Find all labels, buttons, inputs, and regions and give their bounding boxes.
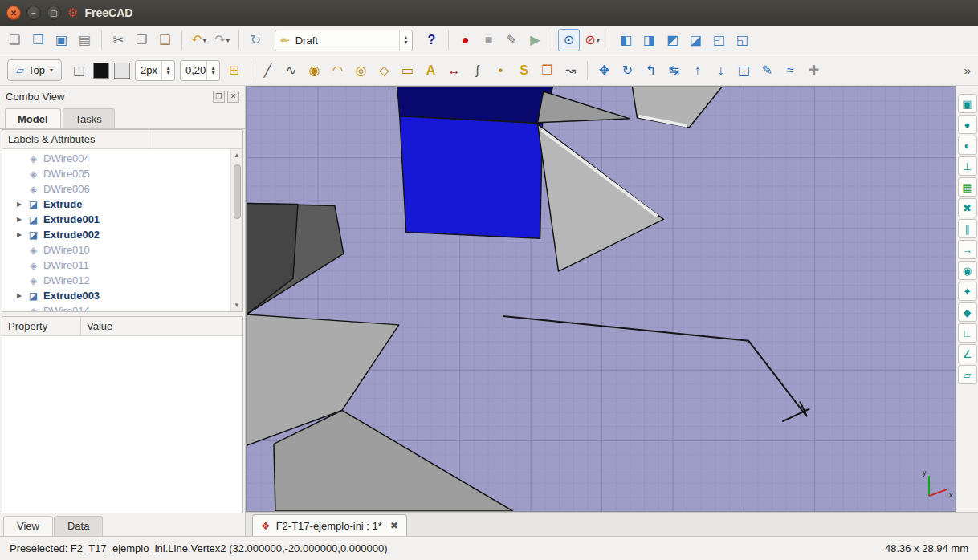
expander-icon[interactable]: ▶: [15, 292, 23, 299]
draft-add-point-button[interactable]: ✚: [803, 59, 825, 82]
draft-ellipse-button[interactable]: ◎: [350, 59, 372, 82]
snap-toggle-button[interactable]: ◫: [68, 59, 90, 82]
line-width-spinner[interactable]: 2px ▲▼: [135, 60, 175, 81]
working-plane-button[interactable]: ▱ Top ▾: [7, 59, 62, 81]
view-bottom-button[interactable]: ◱: [731, 29, 753, 51]
draft-rotate-button[interactable]: ↻: [617, 59, 638, 82]
macro-stop-button[interactable]: ■: [478, 29, 499, 51]
window-close-button[interactable]: ✕: [6, 6, 21, 20]
expander-icon[interactable]: ▶: [15, 201, 23, 208]
scroll-up-icon[interactable]: ▲: [234, 149, 240, 161]
draft-text-button[interactable]: A: [420, 59, 442, 82]
text-scale-spin-arrows[interactable]: ▲▼: [206, 61, 219, 80]
view-right-button[interactable]: ◪: [685, 29, 707, 51]
paste-button[interactable]: ❑: [154, 29, 176, 51]
draft-polygon-button[interactable]: ◇: [373, 59, 395, 82]
draft-upgrade-button[interactable]: ↑: [687, 59, 708, 82]
snap-angle-button[interactable]: ∠: [958, 344, 977, 363]
line-color-swatch[interactable]: [93, 63, 109, 79]
view-axonometric-button[interactable]: ◧: [615, 29, 637, 51]
face-color-swatch[interactable]: [114, 63, 130, 79]
whats-this-button[interactable]: ?: [421, 29, 442, 51]
tree-item[interactable]: ▶◪Extrude: [2, 197, 230, 212]
draft-rectangle-button[interactable]: ▭: [397, 59, 418, 82]
draft-trimex-button[interactable]: ↹: [663, 59, 685, 82]
tree-item[interactable]: ◈DWire011: [2, 258, 230, 273]
draft-bezcurve-button[interactable]: ↝: [560, 59, 581, 82]
draft-dimension-button[interactable]: ↔: [443, 59, 465, 82]
snap-special-button[interactable]: ✦: [958, 282, 977, 301]
draft-line-button[interactable]: ╱: [257, 59, 279, 82]
new-document-button[interactable]: ❏: [4, 29, 26, 51]
scroll-down-icon[interactable]: ▼: [234, 299, 240, 311]
save-button[interactable]: ▣: [51, 29, 72, 51]
redo-button[interactable]: ↷▾: [211, 29, 233, 51]
panel-close-button[interactable]: ✕: [227, 91, 239, 103]
snap-endpoint-button[interactable]: ●: [958, 115, 977, 134]
view-rear-button[interactable]: ◰: [708, 29, 730, 51]
snap-grid-button[interactable]: ▦: [958, 177, 977, 197]
tab-model[interactable]: Model: [5, 108, 61, 128]
snap-lock-button[interactable]: ▣: [958, 94, 977, 113]
autogroup-button[interactable]: ⊞: [223, 59, 245, 82]
draft-arc-button[interactable]: ◠: [327, 59, 348, 82]
tree-item[interactable]: ◈DWire006: [2, 181, 230, 197]
draft-wire-button[interactable]: ∿: [280, 59, 302, 82]
zoom-box-button[interactable]: ⊙: [558, 29, 580, 51]
text-scale-spinner[interactable]: 0,20 ▲▼: [180, 60, 220, 81]
macro-play-button[interactable]: ▶: [524, 29, 546, 51]
scrollbar-thumb[interactable]: [234, 164, 241, 219]
tab-data[interactable]: Data: [54, 516, 103, 536]
draft-bspline-button[interactable]: ʃ: [467, 59, 488, 82]
undo-button[interactable]: ↶▾: [188, 29, 210, 51]
tab-tasks[interactable]: Tasks: [63, 108, 115, 128]
snap-intersection-button[interactable]: ✖: [958, 198, 977, 217]
window-maximize-button[interactable]: ▢: [47, 6, 61, 20]
panel-float-button[interactable]: ❐: [213, 91, 225, 103]
3d-viewport[interactable]: y x: [246, 86, 956, 512]
draft-wire-to-bspline-button[interactable]: ≈: [780, 59, 801, 82]
draft-downgrade-button[interactable]: ↓: [710, 59, 731, 82]
view-front-button[interactable]: ◨: [638, 29, 660, 51]
refresh-button[interactable]: ↻: [245, 29, 267, 51]
draft-point-button[interactable]: •: [490, 59, 511, 82]
snap-parallel-button[interactable]: ∥: [958, 219, 977, 238]
expander-icon[interactable]: ▶: [15, 216, 23, 223]
draft-scale-button[interactable]: ◱: [733, 59, 755, 82]
toolbar-overflow-icon[interactable]: »: [961, 63, 974, 77]
document-tab[interactable]: ❖ F2-T17-ejemplo-ini : 1* ✖: [252, 514, 407, 536]
workbench-selector-spinner[interactable]: ▲▼: [399, 30, 412, 51]
tree-item[interactable]: ▶◪Extrude001: [2, 212, 230, 227]
snap-ortho-button[interactable]: ∟: [958, 323, 977, 343]
document-tab-close-icon[interactable]: ✖: [390, 520, 398, 531]
snap-working-plane-button[interactable]: ▱: [958, 365, 977, 384]
snap-midpoint-button[interactable]: ◐: [958, 136, 977, 155]
snap-extension-button[interactable]: →: [958, 240, 977, 259]
cut-button[interactable]: ✂: [108, 29, 129, 51]
draft-facebinder-button[interactable]: ❒: [536, 59, 558, 82]
draft-offset-button[interactable]: ↰: [640, 59, 662, 82]
expander-icon[interactable]: ▶: [15, 231, 23, 238]
tree-item[interactable]: ◈DWire004: [2, 151, 230, 166]
tab-view[interactable]: View: [3, 516, 53, 536]
tree-item[interactable]: ▶◪Extrude002: [2, 227, 230, 242]
line-width-spin-arrows[interactable]: ▲▼: [161, 61, 174, 80]
open-document-button[interactable]: ❒: [27, 29, 49, 51]
view-top-button[interactable]: ◩: [662, 29, 683, 51]
workbench-selector[interactable]: ✏ Draft ▲▼: [275, 30, 413, 51]
draft-move-button[interactable]: ✥: [593, 59, 615, 82]
tree-item[interactable]: ◈DWire010: [2, 242, 230, 258]
tree-item[interactable]: ◈DWire005: [2, 166, 230, 181]
tree-item[interactable]: ◈DWire012: [2, 273, 230, 288]
draft-edit-button[interactable]: ✎: [756, 59, 778, 82]
window-minimize-button[interactable]: −: [26, 6, 41, 20]
clipping-plane-button[interactable]: ⊘▾: [581, 29, 603, 51]
draft-circle-button[interactable]: ◉: [304, 59, 325, 82]
draft-shapestring-button[interactable]: S: [513, 59, 535, 82]
tree-scrollbar[interactable]: ▲ ▼: [230, 149, 242, 311]
copy-button[interactable]: ❐: [131, 29, 153, 51]
snap-near-button[interactable]: ◆: [958, 302, 977, 322]
snap-center-button[interactable]: ◉: [958, 261, 977, 280]
macro-record-button[interactable]: ●: [454, 29, 476, 51]
tree-item[interactable]: ▶◪Extrude003: [2, 288, 230, 303]
